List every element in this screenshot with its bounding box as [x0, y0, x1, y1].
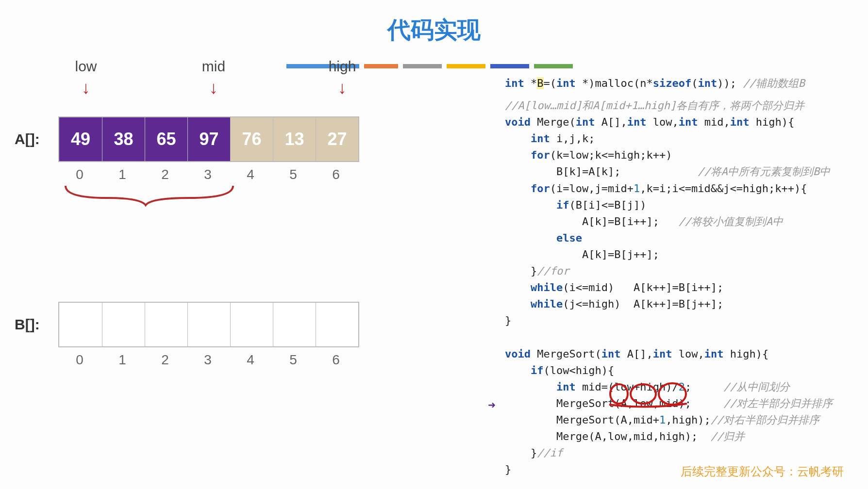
code-line: //A[low…mid]和A[mid+1…high]各自有序，将两个部分归并 [505, 98, 833, 114]
array-a-label: A[]: [15, 131, 58, 147]
execution-pointer-icon: ➜ [488, 395, 496, 415]
code-line: else [505, 230, 833, 246]
array-b-label: B[]: [15, 316, 58, 333]
code-line: void MergeSort(int A[],int low,int high)… [505, 346, 833, 362]
code-line: int i,j,k; [505, 130, 833, 147]
cell [316, 303, 358, 346]
code-line: if(B[i]<=B[j]) [505, 197, 833, 213]
array-diagram: low↓ mid↓ high↓ A[]: 49 38 65 97 76 13 2… [15, 58, 393, 368]
stripe [447, 64, 485, 68]
cell [59, 303, 102, 346]
code-line: if(low<high){ [505, 362, 833, 379]
array-b-cells [58, 302, 359, 347]
code-line: for(k=low;k<=high;k++) [505, 147, 833, 163]
code-line: A[k]=B[j++]; [505, 246, 833, 263]
cell [273, 303, 316, 346]
array-b-row: B[]: [15, 302, 393, 347]
code-line: Merge(A,low,mid,high); //归并 [505, 428, 833, 445]
index: 1 [101, 167, 144, 182]
code-line [505, 329, 833, 345]
brace-annotation [63, 183, 238, 208]
code-line: A[k]=B[i++]; //将较小值复制到A中 [505, 213, 833, 230]
array-b-indices: 0 1 2 3 4 5 6 [58, 352, 393, 368]
cell [187, 303, 230, 346]
index: 5 [272, 352, 315, 368]
cell: 97 [187, 117, 230, 161]
cell [102, 303, 145, 346]
code-line: ➜ MergeSort(A,low,mid); //对左半部分归并排序 [505, 395, 833, 412]
code-line: int *B=(int *)malloc(n*sizeof(int)); //辅… [505, 75, 833, 92]
code-line: int mid=(low+high)/2; //从中间划分 [505, 379, 833, 395]
pointer-low: low↓ [69, 58, 103, 98]
index: 6 [315, 167, 357, 182]
index: 6 [315, 352, 357, 368]
cell: 49 [59, 117, 102, 161]
pointer-mid: mid↓ [197, 58, 231, 98]
cell [230, 303, 273, 346]
code-line: for(i=low,j=mid+1,k=i;i<=mid&&j<=high;k+… [505, 180, 833, 197]
code-line: void Merge(int A[],int low,int mid,int h… [505, 114, 833, 130]
code-line: MergeSort(A,mid+1,high);//对右半部分归并排序 [505, 412, 833, 428]
index: 2 [144, 352, 186, 368]
code-block: int *B=(int *)malloc(n*sizeof(int)); //辅… [505, 75, 833, 478]
stripe [534, 64, 573, 68]
array-a-indices: 0 1 2 3 4 5 6 [58, 167, 393, 182]
arrow-down-icon: ↓ [197, 78, 231, 98]
index: 4 [229, 352, 272, 368]
stripe [490, 64, 529, 68]
array-a-row: A[]: 49 38 65 97 76 13 27 [15, 116, 393, 162]
cell: 13 [273, 117, 316, 161]
code-line: while(i<=mid) A[k++]=B[i++]; [505, 279, 833, 296]
code-line: B[k]=A[k]; //将A中所有元素复制到B中 [505, 163, 833, 180]
index: 1 [101, 352, 144, 368]
arrow-down-icon: ↓ [69, 78, 103, 98]
code-line: while(j<=high) A[k++]=B[j++]; [505, 296, 833, 312]
index: 3 [186, 352, 229, 368]
cell: 76 [230, 117, 273, 161]
array-a-cells: 49 38 65 97 76 13 27 [58, 116, 359, 162]
code-line: }//if [505, 445, 833, 461]
page-title: 代码实现 [0, 0, 868, 46]
cell: 65 [145, 117, 187, 161]
code-line: } [505, 312, 833, 329]
index: 3 [186, 167, 229, 182]
index: 5 [272, 167, 315, 182]
index: 0 [58, 352, 101, 368]
cell [145, 303, 187, 346]
index: 4 [229, 167, 272, 182]
cell: 27 [316, 117, 358, 161]
pointer-high: high↓ [325, 58, 359, 98]
watermark-text: 后续完整更新公众号：云帆考研 [681, 464, 844, 479]
index: 2 [144, 167, 186, 182]
code-line: }//for [505, 263, 833, 279]
index: 0 [58, 167, 101, 182]
cell: 38 [102, 117, 145, 161]
stripe [403, 64, 442, 68]
arrow-down-icon: ↓ [325, 78, 359, 98]
